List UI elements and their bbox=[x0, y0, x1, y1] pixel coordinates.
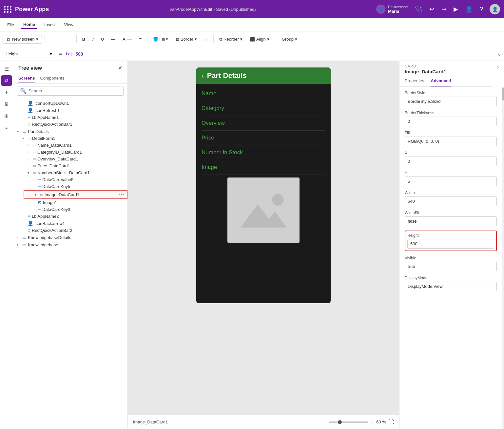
tree-item-datacardvalue5[interactable]: ✏ DataCardValue5 bbox=[29, 176, 127, 183]
prop-input-fill[interactable] bbox=[405, 137, 497, 146]
menu-file[interactable]: File bbox=[5, 21, 16, 28]
tab-advanced[interactable]: Advanced bbox=[431, 76, 451, 86]
tree-item-rectquickactionbar1[interactable]: ⊡ RectQuickActionBar1 bbox=[18, 121, 127, 128]
prop-input-widthfit[interactable] bbox=[405, 216, 497, 226]
font-color-button[interactable]: A bbox=[120, 35, 135, 43]
menu-insert[interactable]: Insert bbox=[42, 21, 57, 28]
right-expand-button[interactable]: › bbox=[492, 61, 504, 73]
tree-item-lblappname2[interactable]: ✏ LblAppName2 bbox=[18, 213, 127, 220]
back-button[interactable]: ‹ bbox=[202, 72, 204, 80]
tree-item-knowledgebasedetails[interactable]: › ▭ KnowledgebaseDetails bbox=[13, 234, 127, 241]
prop-input-displaymode[interactable] bbox=[405, 282, 497, 291]
tree-item-iconbackarrow1[interactable]: 👤 IconBackarrow1 bbox=[18, 220, 127, 227]
redo-button[interactable]: ↪ bbox=[439, 4, 449, 14]
data-button[interactable]: 🗄 bbox=[1, 99, 12, 109]
tree-item-overview-datacard1[interactable]: › ▭ Overview_DataCard1 bbox=[24, 156, 127, 162]
tree-item-price-datacard1[interactable]: › ▭ Price_DataCard1 bbox=[24, 162, 127, 169]
prop-widthfit: WidthFit bbox=[405, 211, 497, 226]
font-selector[interactable] bbox=[48, 38, 74, 41]
tree-item-image-datacard1[interactable]: ▾ ▭ Image_DataCard1 ••• bbox=[24, 190, 127, 199]
item-label: Knowledgebase bbox=[28, 242, 125, 247]
expand-button[interactable]: ⛶ bbox=[389, 419, 394, 425]
tree-item-partdetails[interactable]: ▾ ▭ PartDetails bbox=[13, 128, 127, 135]
expand-icon: › bbox=[28, 143, 31, 147]
help-button[interactable]: ? bbox=[477, 4, 486, 14]
tree-header: Tree view ✕ bbox=[13, 61, 127, 74]
tab-screens[interactable]: Screens bbox=[18, 74, 35, 83]
tree-item-lblappname1[interactable]: ✏ LblAppName1 bbox=[18, 114, 127, 121]
tab-properties[interactable]: Properties bbox=[405, 76, 424, 86]
italic-button[interactable]: / bbox=[89, 35, 97, 43]
tree-item-datacardkey3[interactable]: ✏ DataCardKey3 bbox=[29, 206, 127, 213]
avatar[interactable]: 👤 bbox=[490, 4, 500, 14]
components-button[interactable]: ⊞ bbox=[1, 111, 12, 121]
tree-item-rectquickactionbar2[interactable]: ⊡ RectQuickActionBar2 bbox=[18, 227, 127, 234]
menu-home[interactable]: Home bbox=[21, 21, 37, 29]
prop-input-borderstyle[interactable] bbox=[405, 97, 497, 106]
search-input[interactable] bbox=[29, 88, 121, 93]
waffle-icon[interactable] bbox=[4, 6, 12, 13]
prop-input-x[interactable] bbox=[405, 157, 497, 166]
item-icon: ▭ bbox=[33, 171, 36, 175]
group-button[interactable]: ⬚ Group ▾ bbox=[274, 35, 300, 43]
search-box[interactable]: 🔍 bbox=[17, 86, 124, 96]
prop-input-height[interactable] bbox=[407, 239, 494, 249]
zoom-controls: − + 60 % ⛶ bbox=[323, 419, 394, 425]
more-options-icon[interactable]: ••• bbox=[119, 192, 124, 197]
prop-input-y[interactable] bbox=[405, 177, 497, 186]
prop-input-borderthickness[interactable] bbox=[405, 117, 497, 126]
item-label: PartDetails bbox=[28, 129, 125, 134]
variables-button[interactable]: ≡ bbox=[1, 122, 12, 133]
menu-view[interactable]: View bbox=[62, 21, 75, 28]
zoom-in-button[interactable]: + bbox=[371, 419, 374, 425]
strikethrough-button[interactable]: — bbox=[108, 35, 118, 43]
tree-item-iconsortupdown1[interactable]: 👤 IconSortUpDown1 bbox=[18, 100, 127, 107]
tree-item-categoryid-datacard1[interactable]: › ▭ CategoryID_DataCard1 bbox=[24, 149, 127, 156]
bold-button[interactable]: B bbox=[79, 35, 88, 43]
prop-x: X bbox=[405, 151, 497, 166]
expand-button[interactable]: ⌄ bbox=[201, 35, 211, 43]
tree-item-iconrefresh1[interactable]: 👤 IconRefresh1 bbox=[18, 107, 127, 114]
zoom-slider[interactable] bbox=[329, 421, 368, 423]
formula-input[interactable] bbox=[74, 50, 495, 58]
tree-item-image1[interactable]: 🖼 Image1 bbox=[29, 199, 127, 206]
right-scrollbar[interactable] bbox=[502, 87, 504, 429]
hamburger-button[interactable]: ☰ bbox=[1, 64, 12, 74]
undo-button[interactable]: ↩ bbox=[427, 4, 437, 14]
tree-item-datacardkey5[interactable]: ✏ DataCardKey5 bbox=[29, 183, 127, 190]
env-name: Maria bbox=[388, 9, 408, 14]
tree-item-numberinstock-datacard1[interactable]: ▾ ▭ NumberInStock_DataCard1 bbox=[24, 169, 127, 176]
play-button[interactable]: ▶ bbox=[451, 4, 461, 14]
stethoscope-button[interactable]: 🩺 bbox=[412, 4, 425, 14]
formula-chevron[interactable]: ⌄ bbox=[497, 51, 501, 57]
tab-components[interactable]: Components bbox=[40, 74, 65, 83]
prop-input-width[interactable] bbox=[405, 196, 497, 206]
tree-close-button[interactable]: ✕ bbox=[118, 65, 122, 71]
border-button[interactable]: ▦ Border ▾ bbox=[172, 35, 200, 43]
item-label: Price_DataCard1 bbox=[37, 163, 125, 168]
reorder-button[interactable]: ⧉ Reorder ▾ bbox=[216, 35, 245, 44]
sep3 bbox=[147, 35, 147, 43]
property-selector[interactable]: Height ▾ bbox=[3, 50, 55, 58]
zoom-out-button[interactable]: − bbox=[323, 419, 326, 425]
user-button[interactable]: 👤 bbox=[463, 4, 475, 14]
new-screen-button[interactable]: 🖥 New screen ▾ bbox=[3, 35, 42, 44]
tree-item-knowledgebase[interactable]: › ▭ Knowledgebase bbox=[13, 241, 127, 248]
tree-item-detailform1[interactable]: ▾ ▭ DetailForm1 bbox=[18, 135, 127, 142]
item-label: DataCardValue5 bbox=[42, 177, 125, 182]
add-control-button[interactable]: + bbox=[1, 87, 12, 98]
prop-width: Width bbox=[405, 191, 497, 206]
layers-button[interactable]: ⧉ bbox=[1, 75, 12, 86]
prop-label: BorderThickness bbox=[405, 111, 497, 115]
tree-item-name-datacard1[interactable]: › ▭ Name_DataCard1 bbox=[24, 142, 127, 149]
item-icon: ▭ bbox=[22, 235, 27, 240]
prop-input-visible[interactable] bbox=[405, 262, 497, 271]
align-button[interactable]: ⬛ Align ▾ bbox=[247, 35, 272, 43]
fill-button[interactable]: 🪣 Fill ▾ bbox=[150, 35, 171, 43]
right-top-row: CARD Image_DataCard1 Properties Advanced… bbox=[399, 61, 504, 87]
align-text-button[interactable]: ≡ bbox=[136, 35, 145, 43]
prop-borderstyle: BorderStyle bbox=[405, 91, 497, 106]
zoom-value: 60 % bbox=[376, 420, 386, 424]
tree-title: Tree view bbox=[18, 65, 42, 71]
underline-button[interactable]: U bbox=[98, 35, 107, 43]
